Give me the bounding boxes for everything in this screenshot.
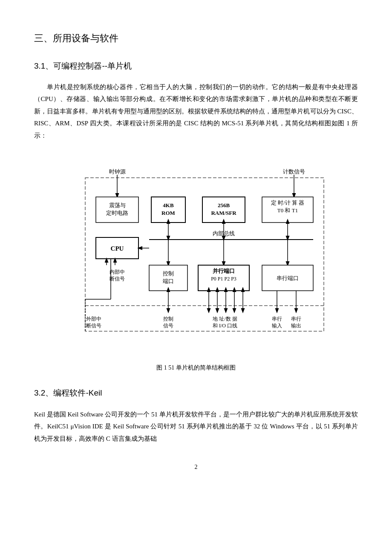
- svg-text:256B: 256B: [218, 202, 230, 208]
- svg-text:输入: 输入: [272, 323, 282, 329]
- svg-text:串行端口: 串行端口: [277, 275, 299, 281]
- diagram-caption: 图 1 51 单片机的简单结构框图: [51, 362, 341, 373]
- svg-text:ROM: ROM: [161, 210, 175, 216]
- svg-text:端口: 端口: [163, 278, 174, 284]
- svg-text:4KB: 4KB: [163, 202, 174, 208]
- svg-text:断信号: 断信号: [110, 276, 125, 282]
- svg-text:计数信号: 计数信号: [283, 168, 305, 175]
- svg-text:CPU: CPU: [111, 245, 124, 252]
- svg-text:T0 和 T1: T0 和 T1: [277, 207, 298, 214]
- mcs51-diagram: 时钟源 计数信号 震荡与 定时电路 4KB ROM 256B RAM/SFR 定…: [51, 154, 341, 359]
- svg-text:输出: 输出: [291, 323, 301, 329]
- svg-text:串行: 串行: [272, 316, 282, 322]
- svg-text:内部中: 内部中: [110, 269, 125, 275]
- page-number: 2: [34, 462, 358, 472]
- svg-text:P0  P1  P2  P3: P0 P1 P2 P3: [211, 276, 236, 282]
- svg-text:定时电路: 定时电路: [106, 210, 128, 216]
- svg-text:震荡与: 震荡与: [109, 202, 126, 208]
- diagram-container: 时钟源 计数信号 震荡与 定时电路 4KB ROM 256B RAM/SFR 定…: [51, 154, 341, 373]
- subsection-32-title: 3.2、编程软件-Keil: [34, 386, 358, 400]
- svg-text:RAM/SFR: RAM/SFR: [211, 210, 236, 216]
- svg-text:控制: 控制: [163, 316, 173, 322]
- svg-text:断信号: 断信号: [86, 323, 101, 329]
- svg-text:时钟源: 时钟源: [109, 168, 126, 175]
- svg-text:串行: 串行: [291, 316, 301, 322]
- svg-text:外部中: 外部中: [86, 316, 101, 322]
- svg-text:信号: 信号: [163, 323, 173, 329]
- svg-text:地 址/数 据: 地 址/数 据: [212, 316, 237, 322]
- svg-text:定 时/计 算 器: 定 时/计 算 器: [271, 199, 304, 206]
- subsection-31-title: 3.1、可编程控制器--单片机: [34, 59, 358, 73]
- svg-text:和 I/O 口线: 和 I/O 口线: [213, 323, 237, 329]
- svg-text:控制: 控制: [163, 270, 174, 277]
- paragraph-31: 单片机是控制系统的核心器件，它相当于人的大脑，控制我们的一切的动作。它的结构一般…: [34, 81, 358, 142]
- section-title: 三、所用设备与软件: [34, 30, 358, 47]
- svg-text:并行端口: 并行端口: [212, 268, 235, 274]
- paragraph-32: Keil 是德国 Keil Software 公司开发的一个 51 单片机开发软…: [34, 408, 358, 445]
